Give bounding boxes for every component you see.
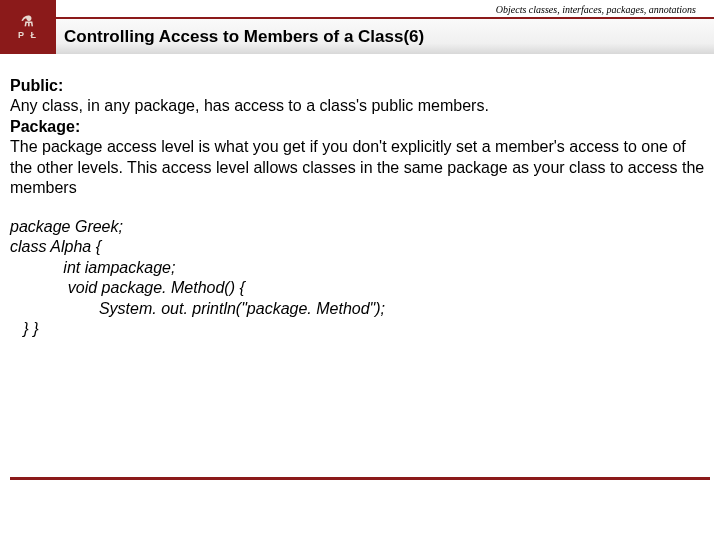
code-example: package Greek; class Alpha { int iampack… bbox=[10, 217, 710, 340]
code-line-5: System. out. println("package. Method"); bbox=[10, 300, 385, 317]
header: ⚗ P Ł Objects classes, interfaces, packa… bbox=[0, 0, 720, 54]
footer-divider bbox=[10, 477, 710, 480]
public-label: Public: bbox=[10, 77, 63, 94]
header-right: Objects classes, interfaces, packages, a… bbox=[56, 0, 720, 54]
logo-letters: P Ł bbox=[18, 30, 38, 40]
code-line-2: class Alpha { bbox=[10, 238, 101, 255]
logo-symbol: ⚗ bbox=[18, 13, 38, 30]
institution-logo: ⚗ P Ł bbox=[0, 0, 56, 54]
slide-title: Controlling Access to Members of a Class… bbox=[64, 27, 424, 47]
public-text: Any class, in any package, has access to… bbox=[10, 97, 489, 114]
package-label: Package: bbox=[10, 118, 80, 135]
content-area: Public: Any class, in any package, has a… bbox=[0, 54, 720, 340]
code-line-6: } } bbox=[10, 320, 38, 337]
definitions-paragraph: Public: Any class, in any package, has a… bbox=[10, 76, 710, 199]
package-text: The package access level is what you get… bbox=[10, 138, 704, 196]
breadcrumb: Objects classes, interfaces, packages, a… bbox=[56, 0, 720, 17]
code-line-1: package Greek; bbox=[10, 218, 123, 235]
title-bar: Controlling Access to Members of a Class… bbox=[56, 19, 714, 54]
logo-text: ⚗ P Ł bbox=[18, 13, 38, 41]
slide: ⚗ P Ł Objects classes, interfaces, packa… bbox=[0, 0, 720, 540]
code-line-4: void package. Method() { bbox=[10, 279, 245, 296]
code-line-3: int iampackage; bbox=[10, 259, 175, 276]
